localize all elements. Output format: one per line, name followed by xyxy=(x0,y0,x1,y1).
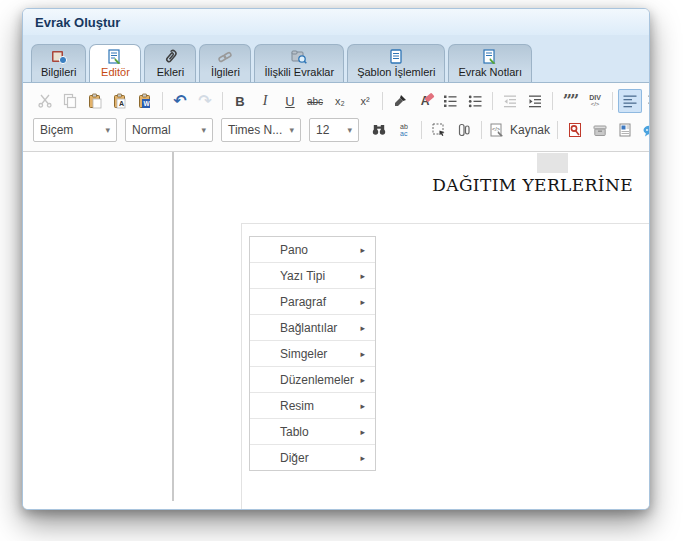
italic-button[interactable]: I xyxy=(253,89,277,113)
toolbar-separator xyxy=(612,92,613,110)
replace-icon: abac xyxy=(400,123,408,137)
superscript-button[interactable]: x² xyxy=(353,89,377,113)
paste-text-icon: A xyxy=(112,93,128,109)
paste-from-word-button[interactable]: W xyxy=(133,89,157,113)
submenu-arrow-icon: ▸ xyxy=(360,375,365,385)
strikethrough-button[interactable]: abc xyxy=(303,89,327,113)
toolbar-separator xyxy=(552,92,553,110)
editor-canvas[interactable]: DAĞITIM YERLERİNE Pano▸ Yazı Tipi▸ Parag… xyxy=(23,152,649,509)
tab-editor[interactable]: Editör xyxy=(89,44,141,82)
chevron-down-icon: ▾ xyxy=(201,125,206,135)
copy-formatting-button[interactable] xyxy=(388,89,412,113)
style-dropdown[interactable]: Biçem▾ xyxy=(33,118,117,142)
archive-button[interactable] xyxy=(588,118,612,142)
menu-item-label: Tablo xyxy=(280,425,309,439)
window-title: Evrak Oluştur xyxy=(35,15,120,30)
preview-button[interactable] xyxy=(613,118,637,142)
numbered-list-button[interactable] xyxy=(438,89,462,113)
bullet-list-button[interactable] xyxy=(463,89,487,113)
format-brush-icon xyxy=(392,93,408,109)
window-titlebar: Evrak Oluştur xyxy=(23,9,649,35)
align-left-button[interactable] xyxy=(618,89,642,113)
div-container-button[interactable]: DIV</> xyxy=(583,89,607,113)
comment-button[interactable] xyxy=(638,118,649,142)
paste-word-icon: W xyxy=(137,93,153,109)
context-menu-item-paragraf[interactable]: Paragraf▸ xyxy=(250,289,375,315)
chevron-down-icon: ▾ xyxy=(105,125,110,135)
chain-icon xyxy=(216,48,234,66)
tab-label: Editör xyxy=(101,66,130,79)
context-menu-item-yazi-tipi[interactable]: Yazı Tipi▸ xyxy=(250,263,375,289)
menu-item-label: Paragraf xyxy=(280,295,326,309)
toolbar-separator xyxy=(492,92,493,110)
find-button[interactable] xyxy=(367,118,391,142)
archive-icon xyxy=(592,122,608,138)
source-button[interactable]: </> xyxy=(487,118,507,142)
tab-label: Evrak Notları xyxy=(458,66,522,79)
paste-as-text-button[interactable]: A xyxy=(108,89,132,113)
table-cell-top-border xyxy=(241,223,649,224)
menu-item-label: Diğer xyxy=(280,451,309,465)
outdent-button[interactable] xyxy=(498,89,522,113)
context-menu-item-tablo[interactable]: Tablo▸ xyxy=(250,419,375,445)
menu-item-label: Düzenlemeler xyxy=(280,373,354,387)
edit-document-icon xyxy=(106,48,124,66)
blockquote-button[interactable]: ”” xyxy=(558,89,582,113)
show-blocks-button[interactable] xyxy=(452,118,476,142)
menu-item-label: Bağlantılar xyxy=(280,321,337,335)
context-menu-item-pano[interactable]: Pano▸ xyxy=(250,237,375,263)
context-menu-item-simgeler[interactable]: Simgeler▸ xyxy=(250,341,375,367)
context-menu: Pano▸ Yazı Tipi▸ Paragraf▸ Bağlantılar▸ … xyxy=(249,236,376,471)
chevron-down-icon: ▾ xyxy=(347,125,352,135)
replace-top-label: ab xyxy=(400,123,408,130)
align-center-icon xyxy=(647,93,649,109)
page-margin-line xyxy=(172,152,174,501)
tab-bilgileri[interactable]: Bilgileri xyxy=(31,44,86,82)
tab-evrak-notlari[interactable]: Evrak Notları xyxy=(448,44,532,82)
submenu-arrow-icon: ▸ xyxy=(360,297,365,307)
tab-iliskili-evraklar[interactable]: İlişkili Evraklar xyxy=(254,44,344,82)
toolbar-separator xyxy=(162,92,163,110)
export-pdf-button[interactable] xyxy=(563,118,587,142)
tab-ilgileri[interactable]: İlgileri xyxy=(199,44,251,82)
context-menu-item-diger[interactable]: Diğer▸ xyxy=(250,445,375,470)
toolbar-row-2: Biçem▾ Normal▾ Times N...▾ 12▾ abac </> … xyxy=(33,115,639,145)
paste-icon xyxy=(87,93,103,109)
format-dropdown[interactable]: Normal▾ xyxy=(125,118,213,142)
menu-item-label: Simgeler xyxy=(280,347,327,361)
toolbar-separator xyxy=(222,92,223,110)
context-menu-item-resim[interactable]: Resim▸ xyxy=(250,393,375,419)
subscript-label: x₂ xyxy=(335,95,345,107)
align-center-button[interactable] xyxy=(643,89,649,113)
context-menu-item-duzenlemeler[interactable]: Düzenlemeler▸ xyxy=(250,367,375,393)
copy-button[interactable] xyxy=(58,89,82,113)
superscript-label: x² xyxy=(360,95,369,107)
tab-sablon-islemleri[interactable]: Şablon İşlemleri xyxy=(347,44,445,82)
redo-button[interactable]: ↷ xyxy=(193,89,217,113)
replace-bottom-label: ac xyxy=(400,130,407,137)
paperclip-icon xyxy=(161,48,179,66)
size-dropdown-value: 12 xyxy=(316,123,329,137)
undo-button[interactable]: ↶ xyxy=(168,89,192,113)
replace-button[interactable]: abac xyxy=(392,118,416,142)
cut-button[interactable] xyxy=(33,89,57,113)
select-all-button[interactable] xyxy=(427,118,451,142)
selected-placeholder-rect[interactable] xyxy=(537,153,568,173)
toolbar-separator xyxy=(481,121,482,139)
remove-format-button[interactable]: A xyxy=(413,89,437,113)
show-blocks-icon xyxy=(456,122,472,138)
size-dropdown[interactable]: 12▾ xyxy=(309,118,359,142)
indent-button[interactable] xyxy=(523,89,547,113)
paste-button[interactable] xyxy=(83,89,107,113)
subscript-button[interactable]: x₂ xyxy=(328,89,352,113)
underline-button[interactable]: U xyxy=(278,89,302,113)
submenu-arrow-icon: ▸ xyxy=(360,401,365,411)
font-dropdown[interactable]: Times N...▾ xyxy=(221,118,301,142)
source-label[interactable]: Kaynak xyxy=(510,123,550,137)
div-container-icon: DIV</> xyxy=(589,94,601,108)
div-code-label: </> xyxy=(591,101,600,108)
bold-button[interactable]: B xyxy=(228,89,252,113)
context-menu-item-baglantilar[interactable]: Bağlantılar▸ xyxy=(250,315,375,341)
evrak-olustur-window: Evrak Oluştur Bilgileri Editör Ekleri xyxy=(22,8,650,510)
tab-ekleri[interactable]: Ekleri xyxy=(144,44,196,82)
